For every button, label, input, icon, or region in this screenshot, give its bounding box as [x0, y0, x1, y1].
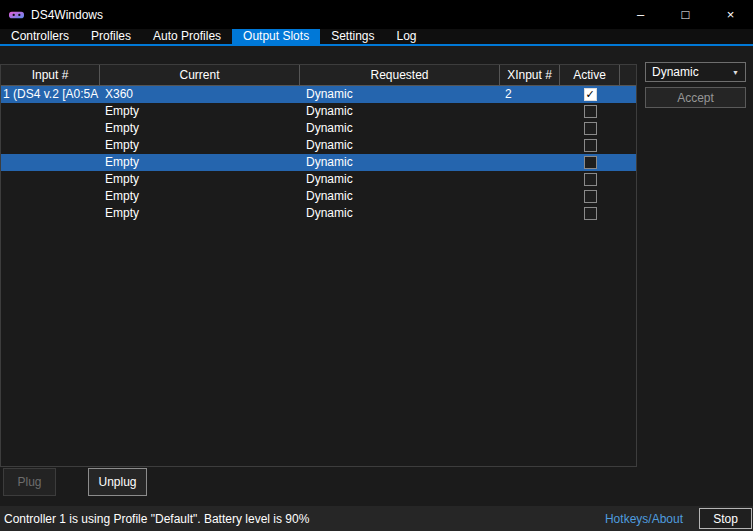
column-header-active[interactable]: Active	[560, 65, 620, 85]
column-header-input[interactable]: Input #	[1, 65, 100, 85]
cell-filler	[620, 154, 636, 171]
output-slots-table: Input #CurrentRequestedXInput #Active 1 …	[0, 64, 637, 467]
cell-active	[560, 171, 620, 188]
column-header-requested[interactable]: Requested	[300, 65, 500, 85]
cell-current: Empty	[100, 205, 300, 222]
hotkeys-about-link[interactable]: Hotkeys/About	[605, 512, 683, 526]
cell-filler	[620, 171, 636, 188]
cell-xinput	[500, 171, 560, 188]
cell-xinput	[500, 205, 560, 222]
active-checkbox[interactable]	[584, 156, 597, 169]
table-body: 1 (DS4 v.2 [A0:5AX360Dynamic2✓EmptyDynam…	[1, 86, 636, 222]
cell-filler	[620, 137, 636, 154]
cell-current: Empty	[100, 171, 300, 188]
cell-active	[560, 188, 620, 205]
maximize-button[interactable]: □	[663, 0, 708, 29]
minimize-button[interactable]: –	[618, 0, 663, 29]
cell-current: Empty	[100, 188, 300, 205]
cell-input	[1, 188, 100, 205]
cell-requested: Dynamic	[300, 137, 500, 154]
cell-xinput	[500, 137, 560, 154]
cell-active: ✓	[560, 86, 620, 103]
cell-input	[1, 205, 100, 222]
chevron-down-icon: ▼	[732, 69, 745, 76]
table-row[interactable]: EmptyDynamic	[1, 188, 636, 205]
cell-xinput	[500, 103, 560, 120]
cell-active	[560, 205, 620, 222]
active-checkbox[interactable]	[584, 190, 597, 203]
accept-button[interactable]: Accept	[645, 87, 746, 108]
close-button[interactable]: ×	[708, 0, 753, 29]
active-checkbox[interactable]	[584, 173, 597, 186]
cell-filler	[620, 86, 636, 103]
cell-active	[560, 120, 620, 137]
table-row[interactable]: 1 (DS4 v.2 [A0:5AX360Dynamic2✓	[1, 86, 636, 103]
cell-active	[560, 154, 620, 171]
app-logo-icon	[9, 7, 24, 22]
active-checkbox[interactable]	[584, 122, 597, 135]
cell-xinput	[500, 154, 560, 171]
column-header-xinput[interactable]: XInput #	[500, 65, 560, 85]
cell-requested: Dynamic	[300, 86, 500, 103]
tab-profiles[interactable]: Profiles	[80, 29, 142, 44]
cell-input	[1, 120, 100, 137]
table-row[interactable]: EmptyDynamic	[1, 171, 636, 188]
cell-input	[1, 103, 100, 120]
titlebar: DS4Windows – □ ×	[0, 0, 753, 29]
cell-requested: Dynamic	[300, 103, 500, 120]
cell-filler	[620, 103, 636, 120]
tab-bar: ControllersProfilesAuto ProfilesOutput S…	[0, 29, 753, 46]
window-controls: – □ ×	[618, 0, 753, 29]
column-header-current[interactable]: Current	[100, 65, 300, 85]
cell-current: Empty	[100, 120, 300, 137]
cell-current: Empty	[100, 154, 300, 171]
cell-filler	[620, 120, 636, 137]
plug-button[interactable]: Plug	[3, 468, 56, 496]
slot-type-dropdown[interactable]: Dynamic ▼	[645, 62, 746, 82]
tab-output-slots[interactable]: Output Slots	[232, 29, 320, 44]
window-title: DS4Windows	[31, 8, 103, 22]
cell-xinput	[500, 120, 560, 137]
status-message: Controller 1 is using Profile "Default".…	[4, 512, 309, 526]
cell-active	[560, 137, 620, 154]
table-row[interactable]: EmptyDynamic	[1, 120, 636, 137]
tab-log[interactable]: Log	[386, 29, 428, 44]
tab-auto-profiles[interactable]: Auto Profiles	[142, 29, 232, 44]
cell-requested: Dynamic	[300, 154, 500, 171]
column-header-filler	[620, 65, 636, 85]
active-checkbox[interactable]: ✓	[584, 88, 597, 101]
table-row[interactable]: EmptyDynamic	[1, 205, 636, 222]
table-row[interactable]: EmptyDynamic	[1, 103, 636, 120]
active-checkbox[interactable]	[584, 139, 597, 152]
stop-button[interactable]: Stop	[699, 508, 752, 529]
cell-requested: Dynamic	[300, 120, 500, 137]
cell-input: 1 (DS4 v.2 [A0:5A	[1, 86, 100, 103]
cell-current: X360	[100, 86, 300, 103]
cell-active	[560, 103, 620, 120]
status-bar: Controller 1 is using Profile "Default".…	[0, 506, 753, 531]
slot-type-selected-value: Dynamic	[652, 65, 699, 79]
table-row[interactable]: EmptyDynamic	[1, 137, 636, 154]
cell-input	[1, 171, 100, 188]
unplug-button[interactable]: Unplug	[88, 468, 147, 496]
tab-settings[interactable]: Settings	[320, 29, 385, 44]
cell-xinput: 2	[500, 86, 560, 103]
cell-input	[1, 137, 100, 154]
cell-filler	[620, 188, 636, 205]
cell-xinput	[500, 188, 560, 205]
cell-filler	[620, 205, 636, 222]
cell-requested: Dynamic	[300, 188, 500, 205]
cell-input	[1, 154, 100, 171]
cell-requested: Dynamic	[300, 205, 500, 222]
cell-requested: Dynamic	[300, 171, 500, 188]
cell-current: Empty	[100, 103, 300, 120]
active-checkbox[interactable]	[584, 105, 597, 118]
tab-controllers[interactable]: Controllers	[0, 29, 80, 44]
active-checkbox[interactable]	[584, 207, 597, 220]
table-row[interactable]: EmptyDynamic	[1, 154, 636, 171]
cell-current: Empty	[100, 137, 300, 154]
table-header: Input #CurrentRequestedXInput #Active	[1, 65, 636, 86]
